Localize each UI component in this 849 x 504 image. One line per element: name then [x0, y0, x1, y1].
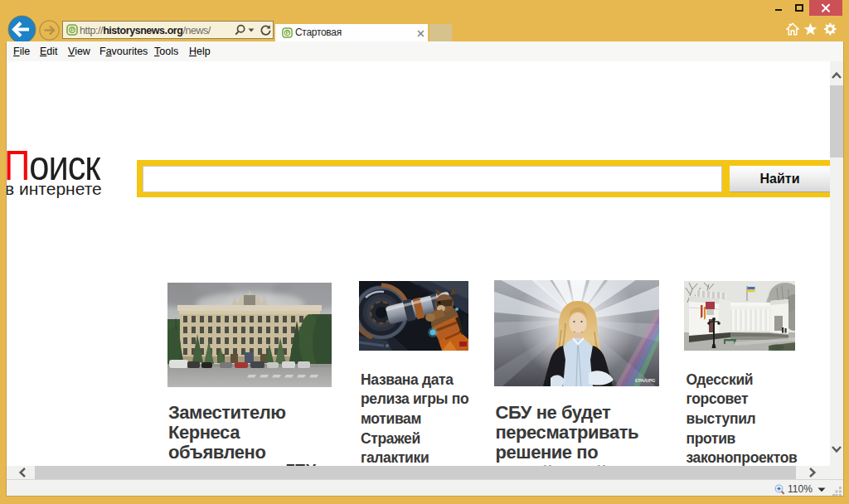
svg-text:EPA/UPG: EPA/UPG: [635, 378, 655, 383]
